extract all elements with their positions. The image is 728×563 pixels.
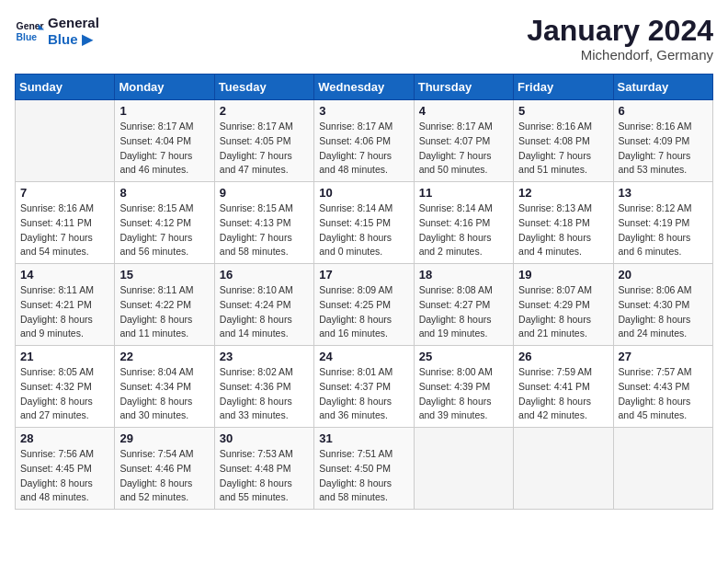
- day-number: 30: [220, 431, 309, 445]
- logo-icon: General Blue: [15, 17, 44, 46]
- day-number: 3: [319, 104, 408, 118]
- day-number: 29: [119, 431, 209, 445]
- day-header-thursday: Thursday: [414, 75, 513, 100]
- calendar-cell: [414, 428, 513, 510]
- calendar-cell: 4Sunrise: 8:17 AMSunset: 4:07 PMDaylight…: [414, 100, 513, 182]
- calendar-cell: 7Sunrise: 8:16 AMSunset: 4:11 PMDaylight…: [16, 182, 115, 264]
- day-number: 15: [119, 268, 209, 282]
- calendar-week-5: 28Sunrise: 7:56 AMSunset: 4:45 PMDayligh…: [16, 428, 713, 510]
- calendar-cell: 21Sunrise: 8:05 AMSunset: 4:32 PMDayligh…: [16, 346, 115, 428]
- calendar-cell: 27Sunrise: 7:57 AMSunset: 4:43 PMDayligh…: [613, 346, 712, 428]
- day-number: 28: [20, 431, 109, 445]
- calendar-cell: 24Sunrise: 8:01 AMSunset: 4:37 PMDayligh…: [314, 346, 414, 428]
- day-number: 24: [319, 350, 408, 363]
- day-detail: Sunrise: 8:14 AMSunset: 4:16 PMDaylight:…: [419, 201, 508, 259]
- day-number: 22: [119, 350, 209, 363]
- day-detail: Sunrise: 7:51 AMSunset: 4:50 PMDaylight:…: [319, 447, 408, 505]
- calendar-cell: 28Sunrise: 7:56 AMSunset: 4:45 PMDayligh…: [16, 428, 115, 510]
- day-number: 8: [119, 186, 209, 200]
- day-header-monday: Monday: [115, 75, 214, 100]
- day-detail: Sunrise: 8:01 AMSunset: 4:37 PMDaylight:…: [319, 365, 408, 423]
- calendar-cell: 31Sunrise: 7:51 AMSunset: 4:50 PMDayligh…: [314, 428, 414, 510]
- calendar-cell: 30Sunrise: 7:53 AMSunset: 4:48 PMDayligh…: [214, 428, 313, 510]
- day-detail: Sunrise: 8:06 AMSunset: 4:30 PMDaylight:…: [619, 283, 708, 341]
- day-number: 10: [319, 186, 408, 200]
- day-number: 5: [518, 104, 608, 118]
- day-number: 20: [619, 268, 708, 282]
- day-number: 6: [619, 104, 708, 118]
- calendar-cell: 17Sunrise: 8:09 AMSunset: 4:25 PMDayligh…: [314, 264, 414, 346]
- day-number: 14: [20, 268, 109, 282]
- day-number: 16: [220, 268, 309, 282]
- day-header-wednesday: Wednesday: [314, 75, 414, 100]
- day-detail: Sunrise: 8:17 AMSunset: 4:07 PMDaylight:…: [419, 120, 508, 178]
- day-detail: Sunrise: 8:17 AMSunset: 4:04 PMDaylight:…: [119, 120, 209, 178]
- day-detail: Sunrise: 8:05 AMSunset: 4:32 PMDaylight:…: [20, 365, 109, 423]
- day-detail: Sunrise: 8:10 AMSunset: 4:24 PMDaylight:…: [220, 283, 309, 341]
- day-number: 23: [220, 350, 309, 363]
- calendar-cell: 14Sunrise: 8:11 AMSunset: 4:21 PMDayligh…: [16, 264, 115, 346]
- calendar-cell: 22Sunrise: 8:04 AMSunset: 4:34 PMDayligh…: [115, 346, 214, 428]
- day-detail: Sunrise: 7:53 AMSunset: 4:48 PMDaylight:…: [220, 447, 309, 505]
- calendar-cell: 11Sunrise: 8:14 AMSunset: 4:16 PMDayligh…: [414, 182, 513, 264]
- calendar-cell: 9Sunrise: 8:15 AMSunset: 4:13 PMDaylight…: [214, 182, 313, 264]
- day-number: 13: [619, 186, 708, 200]
- calendar-week-3: 14Sunrise: 8:11 AMSunset: 4:21 PMDayligh…: [16, 264, 713, 346]
- day-detail: Sunrise: 8:09 AMSunset: 4:25 PMDaylight:…: [319, 283, 408, 341]
- logo: General Blue General Blue ▶: [15, 15, 99, 48]
- day-header-friday: Friday: [514, 75, 613, 100]
- day-detail: Sunrise: 8:17 AMSunset: 4:05 PMDaylight:…: [220, 120, 309, 178]
- calendar-cell: 13Sunrise: 8:12 AMSunset: 4:19 PMDayligh…: [613, 182, 712, 264]
- calendar-cell: [613, 428, 712, 510]
- day-detail: Sunrise: 8:17 AMSunset: 4:06 PMDaylight:…: [319, 120, 408, 178]
- calendar-cell: 10Sunrise: 8:14 AMSunset: 4:15 PMDayligh…: [314, 182, 414, 264]
- day-detail: Sunrise: 8:11 AMSunset: 4:22 PMDaylight:…: [119, 283, 209, 341]
- day-number: 7: [20, 186, 109, 200]
- day-number: 17: [319, 268, 408, 282]
- day-detail: Sunrise: 8:07 AMSunset: 4:29 PMDaylight:…: [518, 283, 608, 341]
- logo-text-general: General: [48, 15, 99, 31]
- day-number: 27: [619, 350, 708, 363]
- page-header: General Blue General Blue ▶ January 2024…: [15, 15, 713, 63]
- day-detail: Sunrise: 8:16 AMSunset: 4:11 PMDaylight:…: [20, 201, 109, 259]
- calendar-week-2: 7Sunrise: 8:16 AMSunset: 4:11 PMDaylight…: [16, 182, 713, 264]
- calendar-cell: 23Sunrise: 8:02 AMSunset: 4:36 PMDayligh…: [214, 346, 313, 428]
- day-detail: Sunrise: 8:04 AMSunset: 4:34 PMDaylight:…: [119, 365, 209, 423]
- day-number: 9: [220, 186, 309, 200]
- calendar-cell: 18Sunrise: 8:08 AMSunset: 4:27 PMDayligh…: [414, 264, 513, 346]
- day-number: 11: [419, 186, 508, 200]
- day-detail: Sunrise: 8:16 AMSunset: 4:09 PMDaylight:…: [619, 120, 708, 178]
- calendar-cell: [514, 428, 613, 510]
- day-number: 12: [518, 186, 608, 200]
- day-header-saturday: Saturday: [613, 75, 712, 100]
- day-number: 4: [419, 104, 508, 118]
- day-detail: Sunrise: 8:02 AMSunset: 4:36 PMDaylight:…: [220, 365, 309, 423]
- calendar-cell: 2Sunrise: 8:17 AMSunset: 4:05 PMDaylight…: [214, 100, 313, 182]
- day-header-sunday: Sunday: [16, 75, 115, 100]
- day-detail: Sunrise: 8:14 AMSunset: 4:15 PMDaylight:…: [319, 201, 408, 259]
- day-number: 1: [119, 104, 209, 118]
- day-header-tuesday: Tuesday: [214, 75, 313, 100]
- location: Michendorf, Germany: [527, 47, 713, 63]
- day-detail: Sunrise: 8:08 AMSunset: 4:27 PMDaylight:…: [419, 283, 508, 341]
- day-detail: Sunrise: 7:54 AMSunset: 4:46 PMDaylight:…: [119, 447, 209, 505]
- calendar-header-row: SundayMondayTuesdayWednesdayThursdayFrid…: [16, 75, 713, 100]
- logo-text-blue: Blue ▶: [48, 31, 99, 48]
- calendar-cell: 3Sunrise: 8:17 AMSunset: 4:06 PMDaylight…: [314, 100, 414, 182]
- day-detail: Sunrise: 8:11 AMSunset: 4:21 PMDaylight:…: [20, 283, 109, 341]
- calendar-cell: [16, 100, 115, 182]
- calendar-cell: 19Sunrise: 8:07 AMSunset: 4:29 PMDayligh…: [514, 264, 613, 346]
- calendar-week-1: 1Sunrise: 8:17 AMSunset: 4:04 PMDaylight…: [16, 100, 713, 182]
- svg-text:Blue: Blue: [17, 32, 38, 42]
- day-number: 19: [518, 268, 608, 282]
- calendar-cell: 1Sunrise: 8:17 AMSunset: 4:04 PMDaylight…: [115, 100, 214, 182]
- calendar-cell: 12Sunrise: 8:13 AMSunset: 4:18 PMDayligh…: [514, 182, 613, 264]
- day-detail: Sunrise: 7:56 AMSunset: 4:45 PMDaylight:…: [20, 447, 109, 505]
- day-detail: Sunrise: 8:16 AMSunset: 4:08 PMDaylight:…: [518, 120, 608, 178]
- calendar-week-4: 21Sunrise: 8:05 AMSunset: 4:32 PMDayligh…: [16, 346, 713, 428]
- calendar-cell: 15Sunrise: 8:11 AMSunset: 4:22 PMDayligh…: [115, 264, 214, 346]
- day-detail: Sunrise: 8:00 AMSunset: 4:39 PMDaylight:…: [419, 365, 508, 423]
- calendar-table: SundayMondayTuesdayWednesdayThursdayFrid…: [15, 74, 713, 510]
- day-number: 31: [319, 431, 408, 445]
- day-number: 21: [20, 350, 109, 363]
